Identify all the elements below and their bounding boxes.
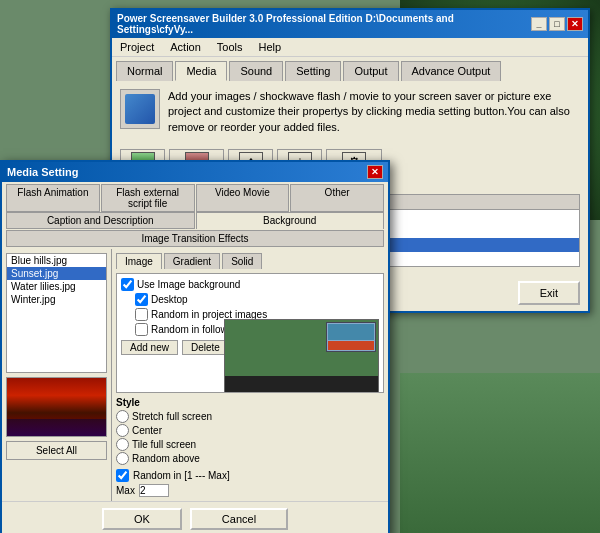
window-title: Power Screensaver Builder 3.0 Profession… [117, 13, 531, 35]
tile-row: Tile full screen [116, 438, 384, 451]
maximize-button[interactable]: □ [549, 17, 565, 31]
tab-caption[interactable]: Caption and Description [6, 212, 195, 229]
desktop-row: Desktop [121, 293, 379, 306]
cancel-button[interactable]: Cancel [190, 508, 288, 530]
tab-gradient[interactable]: Gradient [164, 253, 220, 269]
random-file-list-checkbox[interactable] [135, 323, 148, 336]
random-above-row: Random above [116, 452, 384, 465]
dialog-controls: ✕ [367, 165, 383, 179]
menu-action[interactable]: Action [166, 40, 205, 54]
dialog-title-text: Media Setting [7, 166, 79, 178]
tab-background[interactable]: Background [196, 212, 385, 229]
random-project-checkbox[interactable] [135, 308, 148, 321]
center-row: Center [116, 424, 384, 437]
preview-thumbnail [6, 377, 107, 437]
dialog-body: Blue hills.jpg Sunset.jpg Water lilies.j… [2, 249, 388, 501]
media-icon [120, 89, 160, 129]
use-image-bg-label: Use Image background [137, 279, 240, 290]
title-bar: Power Screensaver Builder 3.0 Profession… [112, 10, 588, 38]
dialog-top-tabs: Flash Animation Flash external script fi… [2, 182, 388, 212]
tab-image[interactable]: Image [116, 253, 162, 269]
use-image-bg-checkbox[interactable] [121, 278, 134, 291]
stretch-row: Stretch full screen [116, 410, 384, 423]
tab-normal[interactable]: Normal [116, 61, 173, 81]
tab-setting[interactable]: Setting [285, 61, 341, 81]
tab-image-transition[interactable]: Image Transition Effects [6, 230, 384, 247]
sidebar-item[interactable]: Winter.jpg [7, 293, 106, 306]
options-panel: Use Image background Desktop Random in p… [116, 273, 384, 393]
style-label: Style [116, 397, 384, 408]
tab-flash-animation[interactable]: Flash Animation [6, 184, 100, 212]
stretch-radio[interactable] [116, 410, 129, 423]
dialog-sidebar: Blue hills.jpg Sunset.jpg Water lilies.j… [2, 249, 112, 501]
ok-button[interactable]: OK [102, 508, 182, 530]
exit-button[interactable]: Exit [518, 281, 580, 305]
dialog-title-bar: Media Setting ✕ [2, 162, 388, 182]
max-row: Max [116, 484, 384, 497]
sidebar-item[interactable]: Blue hills.jpg [7, 254, 106, 267]
stretch-label: Stretch full screen [132, 411, 212, 422]
style-section: Style Stretch full screen Center Tile fu… [116, 397, 384, 465]
tab-sound[interactable]: Sound [229, 61, 283, 81]
preview-screenshot [224, 319, 379, 393]
description-text: Add your images / shockwave flash / movi… [168, 89, 580, 135]
media-dialog: Media Setting ✕ Flash Animation Flash ex… [0, 160, 390, 533]
close-button[interactable]: ✕ [567, 17, 583, 31]
max-label: Max [116, 485, 135, 496]
menu-tools[interactable]: Tools [213, 40, 247, 54]
screenshot-thumb [326, 322, 376, 352]
random-above-radio[interactable] [116, 452, 129, 465]
random-max-label: Random in [1 --- Max] [133, 470, 230, 481]
menu-bar: Project Action Tools Help [112, 38, 588, 57]
dialog-right-panel: Image Gradient Solid Use Image backgroun… [112, 249, 388, 501]
main-tab-bar: Normal Media Sound Setting Output Advanc… [112, 57, 588, 81]
sidebar-item[interactable]: Water lilies.jpg [7, 280, 106, 293]
title-controls: _ □ ✕ [531, 17, 583, 31]
menu-project[interactable]: Project [116, 40, 158, 54]
max-input[interactable] [139, 484, 169, 497]
tab-output[interactable]: Output [343, 61, 398, 81]
add-new-button[interactable]: Add new [121, 340, 178, 355]
tab-flash-script[interactable]: Flash external script file [101, 184, 195, 212]
tab-other[interactable]: Other [290, 184, 384, 212]
dialog-bottom-tabs: Caption and Description Background Image… [2, 212, 388, 249]
sidebar-file-list: Blue hills.jpg Sunset.jpg Water lilies.j… [6, 253, 107, 373]
use-image-bg-row: Use Image background [121, 278, 379, 291]
random-above-label: Random above [132, 453, 200, 464]
desktop-label: Desktop [151, 294, 188, 305]
tile-label: Tile full screen [132, 439, 196, 450]
random-max-row: Random in [1 --- Max] [116, 469, 384, 482]
tab-advance-output[interactable]: Advance Output [401, 61, 502, 81]
sidebar-item-selected[interactable]: Sunset.jpg [7, 267, 106, 280]
random-max-checkbox[interactable] [116, 469, 129, 482]
dialog-footer: OK Cancel [2, 501, 388, 533]
tab-solid[interactable]: Solid [222, 253, 262, 269]
minimize-button[interactable]: _ [531, 17, 547, 31]
desktop-checkbox[interactable] [135, 293, 148, 306]
tile-radio[interactable] [116, 438, 129, 451]
dialog-close-button[interactable]: ✕ [367, 165, 383, 179]
tab-video-movie[interactable]: Video Movie [196, 184, 290, 212]
select-all-button[interactable]: Select All [6, 441, 107, 460]
delete-button[interactable]: Delete [182, 340, 229, 355]
tab-media[interactable]: Media [175, 61, 227, 81]
inner-tabs: Image Gradient Solid [116, 253, 384, 269]
center-label: Center [132, 425, 162, 436]
center-radio[interactable] [116, 424, 129, 437]
menu-help[interactable]: Help [255, 40, 286, 54]
